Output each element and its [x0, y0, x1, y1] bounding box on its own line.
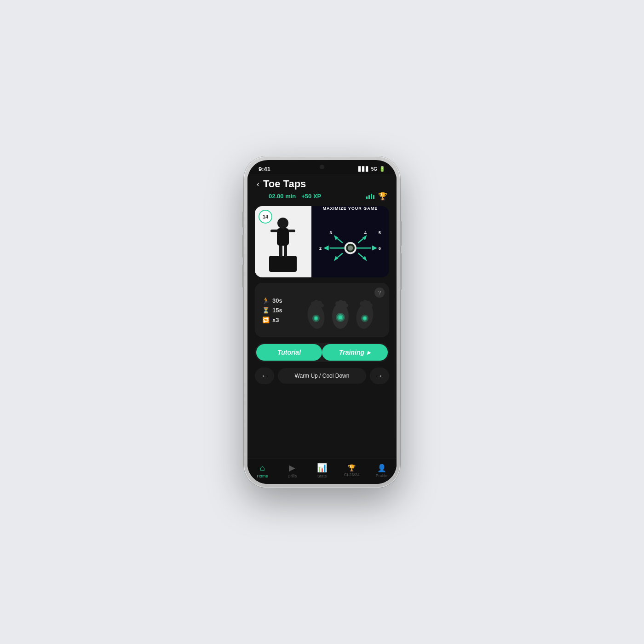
svg-point-36: [345, 304, 348, 307]
cl-label: CL23/24: [344, 472, 360, 477]
media-section[interactable]: 14: [255, 206, 389, 277]
profile-label: Profile: [376, 473, 388, 478]
xp-label: +50 XP: [301, 193, 321, 200]
svg-point-6: [277, 218, 288, 229]
tutorial-diagram-right: MAXIMIZE YOUR GAME: [311, 206, 389, 277]
svg-point-44: [315, 317, 317, 320]
trophy-icon: 🏆: [378, 192, 387, 201]
phone-frame: 9:41 ▋▋▋ 5G 🔋 ‹ Toe Taps 02.00 min +50 X…: [244, 156, 400, 488]
svg-marker-10: [334, 235, 338, 240]
header-icons: 🏆: [366, 192, 387, 201]
play-icon: ▶: [367, 350, 371, 355]
athlete-svg: [267, 212, 299, 272]
rounds-value: x3: [272, 316, 279, 323]
training-tab-label: Training: [339, 349, 364, 356]
feet-svg: [301, 291, 380, 330]
svg-point-31: [320, 304, 324, 307]
drills-icon: ▶: [289, 463, 295, 473]
timer-icon: ⏳: [262, 307, 270, 314]
svg-text:2: 2: [319, 246, 322, 251]
svg-point-47: [339, 316, 342, 319]
notch: [294, 160, 350, 173]
svg-point-50: [363, 317, 366, 320]
signal-bars: ▋▋▋: [358, 167, 369, 172]
svg-text:6: 6: [378, 246, 380, 251]
camera: [320, 165, 324, 169]
nav-item-profile[interactable]: 👤 Profile: [370, 464, 393, 478]
back-button[interactable]: ‹: [257, 179, 259, 189]
feet-diagram: [299, 289, 382, 331]
active-time-row: 🏃 30s: [262, 297, 299, 304]
next-exercise-button[interactable]: →: [370, 368, 389, 384]
page-title: Toe Taps: [263, 178, 306, 190]
stats-icon: 📊: [317, 463, 327, 473]
page-header: ‹ Toe Taps 02.00 min +50 XP: [247, 174, 397, 206]
svg-marker-12: [362, 235, 367, 240]
stats-label: Stats: [317, 474, 327, 478]
network-type: 5G: [371, 167, 377, 172]
svg-rect-1: [279, 244, 282, 257]
svg-point-9: [348, 246, 353, 251]
drills-label: Drills: [288, 474, 297, 478]
svg-line-19: [337, 253, 342, 257]
speed-lines-icon: [366, 194, 374, 199]
training-tab[interactable]: Training ▶: [322, 344, 388, 361]
nav-item-home[interactable]: ⌂ Home: [251, 463, 274, 478]
game-diagram-title: MAXIMIZE YOUR GAME: [322, 206, 378, 211]
exercise-nav-row: ← Warm Up / Cool Down →: [255, 368, 389, 384]
svg-text:3: 3: [329, 230, 332, 235]
rest-time-row: ⏳ 15s: [262, 307, 299, 314]
battery-icon: 🔋: [379, 166, 385, 172]
svg-marker-20: [362, 256, 367, 261]
tutorial-video-left: 14: [255, 206, 311, 277]
svg-marker-14: [323, 246, 328, 251]
svg-point-41: [369, 304, 373, 307]
svg-line-11: [337, 239, 342, 243]
home-icon: ⌂: [260, 463, 265, 473]
repeat-icon: 🔁: [262, 316, 270, 323]
rest-time-value: 15s: [272, 307, 282, 314]
duration-label: 02.00 min: [269, 193, 296, 200]
section-label[interactable]: Warm Up / Cool Down: [278, 368, 366, 384]
arrow-diagram: 3 4 5 2 6: [311, 214, 389, 277]
screen-content: ‹ Toe Taps 02.00 min +50 XP: [247, 174, 397, 484]
svg-rect-3: [277, 228, 289, 246]
svg-line-21: [358, 253, 363, 257]
profile-icon: 👤: [377, 464, 386, 472]
prev-exercise-button[interactable]: ←: [255, 368, 274, 384]
svg-line-13: [358, 239, 363, 243]
exercise-stats: 🏃 30s ⏳ 15s 🔁 x3: [262, 297, 299, 323]
svg-marker-16: [372, 246, 377, 251]
svg-rect-5: [288, 230, 295, 232]
phone-screen: 9:41 ▋▋▋ 5G 🔋 ‹ Toe Taps 02.00 min +50 X…: [247, 160, 397, 484]
mode-tabs: Tutorial Training ▶: [255, 343, 389, 362]
status-time: 9:41: [259, 166, 270, 172]
help-button[interactable]: ?: [374, 288, 385, 298]
svg-rect-0: [269, 256, 297, 272]
status-icons: ▋▋▋ 5G 🔋: [358, 166, 385, 172]
run-icon: 🏃: [262, 297, 270, 304]
svg-text:5: 5: [378, 230, 380, 235]
rounds-row: 🔁 x3: [262, 316, 299, 323]
video-timer: 14: [259, 210, 272, 224]
svg-rect-4: [270, 230, 278, 232]
svg-rect-2: [284, 244, 287, 257]
tutorial-tab[interactable]: Tutorial: [256, 344, 322, 361]
exercise-info-card: 🏃 30s ⏳ 15s 🔁 x3: [255, 283, 389, 337]
svg-text:4: 4: [364, 230, 367, 235]
nav-item-stats[interactable]: 📊 Stats: [310, 463, 334, 478]
svg-marker-18: [334, 256, 338, 261]
nav-item-cl[interactable]: 🏆 CL23/24: [340, 464, 363, 477]
home-label: Home: [257, 474, 268, 478]
active-time-value: 30s: [272, 297, 282, 304]
header-meta: 02.00 min +50 XP 🏆: [257, 192, 387, 201]
nav-item-drills[interactable]: ▶ Drills: [281, 463, 304, 478]
bottom-navigation: ⌂ Home ▶ Drills 📊 Stats 🏆 CL23/24 👤 Prof…: [247, 459, 397, 484]
cl-icon: 🏆: [348, 464, 356, 472]
